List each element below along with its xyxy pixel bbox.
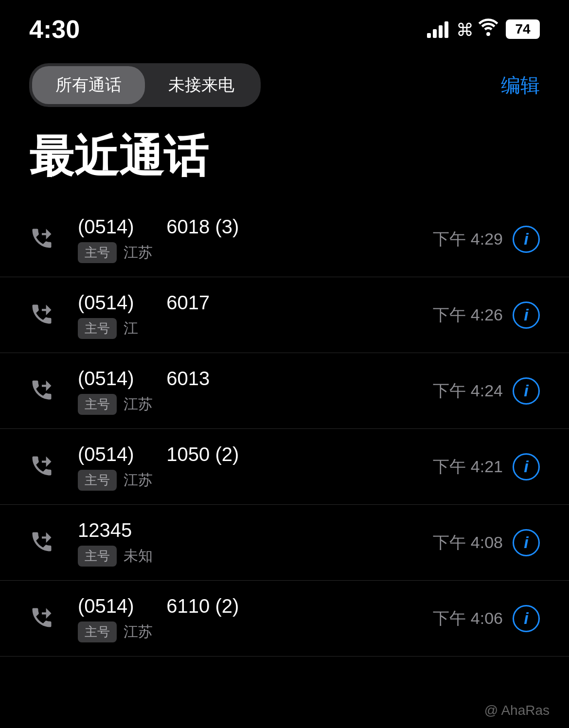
outgoing-call-icon	[29, 605, 63, 632]
info-icon: i	[524, 230, 528, 249]
call-label-row: 主号 江苏	[78, 394, 433, 415]
call-meta: 下午 4:29 i	[433, 226, 540, 253]
info-button[interactable]: i	[513, 529, 540, 556]
outgoing-call-icon	[29, 529, 63, 556]
info-icon: i	[524, 609, 528, 628]
status-time: 4:30	[29, 15, 80, 44]
info-button[interactable]: i	[513, 377, 540, 405]
info-icon: i	[524, 305, 528, 324]
call-label-row: 主号 江苏	[78, 242, 433, 263]
call-label-row: 主号 未知	[78, 546, 433, 567]
call-label-row: 主号 江苏	[78, 621, 433, 642]
call-label-row: 主号 江苏	[78, 470, 433, 491]
call-meta: 下午 4:26 i	[433, 302, 540, 329]
call-info: 12345 主号 未知	[78, 518, 433, 567]
battery-level: 74	[515, 21, 530, 37]
call-number: (0514) 6017	[78, 291, 433, 314]
call-number: (0514) 1050 (2)	[78, 443, 433, 466]
sim-tag: 主号	[78, 318, 117, 339]
watermark-text: @ AhaRas	[484, 703, 550, 718]
call-number: 12345	[78, 518, 433, 542]
outgoing-call-icon	[29, 377, 63, 405]
signal-bar-2	[433, 29, 437, 38]
info-icon: i	[524, 457, 528, 476]
call-meta: 下午 4:21 i	[433, 453, 540, 480]
call-info: (0514) 6013 主号 江苏	[78, 367, 433, 415]
segment-missed-calls[interactable]: 未接来电	[145, 66, 258, 104]
watermark: @ AhaRas	[484, 703, 550, 718]
call-time: 下午 4:29	[433, 228, 503, 250]
outgoing-call-icon	[29, 453, 63, 480]
battery-icon: 74	[506, 19, 540, 39]
sim-tag: 主号	[78, 546, 117, 567]
call-time: 下午 4:08	[433, 532, 503, 554]
sim-tag: 主号	[78, 394, 117, 415]
call-item: 12345 主号 未知 下午 4:08 i	[0, 505, 569, 581]
call-number: (0514) 6018 (3)	[78, 215, 433, 238]
call-location: 江	[124, 319, 138, 338]
sim-tag: 主号	[78, 470, 117, 491]
call-meta: 下午 4:06 i	[433, 605, 540, 632]
status-bar: 4:30 ⌘ 74	[0, 0, 569, 49]
info-icon: i	[524, 533, 528, 552]
outgoing-call-icon	[29, 226, 63, 253]
sim-tag: 主号	[78, 242, 117, 263]
call-time: 下午 4:21	[433, 456, 503, 478]
call-meta: 下午 4:24 i	[433, 377, 540, 405]
call-item: (0514) 6018 (3) 主号 江苏 下午 4:29 i	[0, 201, 569, 277]
segment-all-calls[interactable]: 所有通话	[32, 66, 145, 104]
edit-button[interactable]: 编辑	[501, 72, 540, 99]
call-label-row: 主号 江	[78, 318, 433, 339]
status-icons: ⌘ 74	[427, 18, 540, 40]
call-item: (0514) 6110 (2) 主号 江苏 下午 4:06 i	[0, 581, 569, 657]
signal-bar-1	[427, 33, 431, 38]
call-location: 未知	[124, 546, 153, 566]
info-button[interactable]: i	[513, 226, 540, 253]
signal-bar-4	[445, 21, 448, 38]
call-info: (0514) 6017 主号 江	[78, 291, 433, 339]
wifi-icon: ⌘	[456, 18, 498, 40]
call-number: (0514) 6110 (2)	[78, 594, 433, 618]
call-info: (0514) 6018 (3) 主号 江苏	[78, 215, 433, 263]
page-title: 最近通话	[0, 117, 569, 201]
segment-control: 所有通话 未接来电	[29, 63, 261, 107]
call-item: (0514) 6013 主号 江苏 下午 4:24 i	[0, 353, 569, 429]
call-info: (0514) 6110 (2) 主号 江苏	[78, 594, 433, 642]
info-button[interactable]: i	[513, 605, 540, 632]
info-button[interactable]: i	[513, 302, 540, 329]
call-item: (0514) 1050 (2) 主号 江苏 下午 4:21 i	[0, 429, 569, 505]
call-time: 下午 4:06	[433, 607, 503, 630]
outgoing-call-icon	[29, 302, 63, 329]
call-location: 江苏	[124, 622, 153, 642]
call-location: 江苏	[124, 394, 153, 414]
call-meta: 下午 4:08 i	[433, 529, 540, 556]
call-number: (0514) 6013	[78, 367, 433, 390]
call-time: 下午 4:24	[433, 380, 503, 402]
sim-tag: 主号	[78, 621, 117, 642]
info-icon: i	[524, 381, 528, 400]
call-time: 下午 4:26	[433, 304, 503, 326]
signal-bar-3	[439, 25, 443, 38]
info-button[interactable]: i	[513, 453, 540, 480]
call-item: (0514) 6017 主号 江 下午 4:26 i	[0, 277, 569, 353]
call-list: (0514) 6018 (3) 主号 江苏 下午 4:29 i (0514) 6…	[0, 201, 569, 657]
signal-icon	[427, 20, 448, 38]
segment-control-area: 所有通话 未接来电 编辑	[0, 53, 569, 117]
call-location: 江苏	[124, 470, 153, 490]
call-info: (0514) 1050 (2) 主号 江苏	[78, 443, 433, 491]
call-location: 江苏	[124, 243, 153, 263]
